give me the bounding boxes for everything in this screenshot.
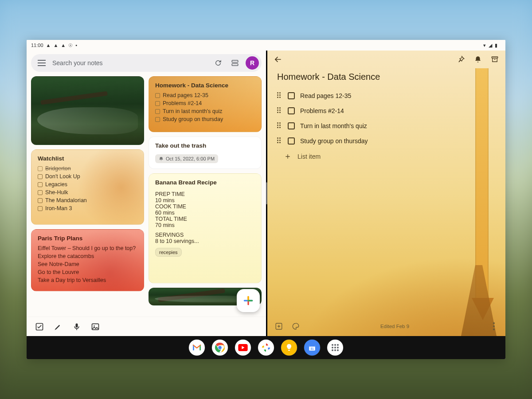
drag-handle-icon[interactable] — [277, 137, 282, 145]
signal-icon: ◢ — [489, 43, 492, 48]
taskbar: 31 — [27, 336, 505, 359]
note-detail-pane: Homework - Data Science Read pages 12-35… — [267, 51, 505, 336]
note-title: Banana Bread Recipe — [155, 179, 255, 186]
detail-title[interactable]: Homework - Data Science — [267, 68, 505, 88]
archive-icon[interactable] — [490, 55, 499, 64]
taskbar-app-youtube[interactable] — [235, 340, 251, 356]
label-chip[interactable]: recepies — [155, 248, 182, 257]
taskbar-app-keep[interactable] — [281, 340, 297, 356]
taskbar-app-allapps[interactable] — [327, 340, 343, 356]
detail-toolbar — [267, 51, 505, 68]
search-bar[interactable]: Search your notes R — [31, 54, 262, 72]
svg-rect-1 — [232, 64, 238, 66]
svg-text:31: 31 — [310, 347, 314, 350]
taskbar-app-calendar[interactable]: 31 — [304, 340, 320, 356]
svg-point-21 — [337, 344, 339, 346]
svg-point-19 — [332, 344, 333, 346]
drag-handle-icon[interactable] — [277, 92, 282, 99]
svg-point-22 — [332, 347, 333, 348]
new-audio-icon[interactable] — [72, 322, 82, 332]
dot-icon: • — [75, 43, 77, 48]
back-icon[interactable] — [274, 55, 282, 64]
menu-icon[interactable] — [35, 57, 48, 69]
svg-point-8 — [493, 322, 495, 324]
taskbar-app-chrome[interactable] — [212, 340, 228, 356]
add-list-item[interactable]: List item — [277, 149, 496, 160]
view-toggle-icon[interactable] — [229, 57, 241, 69]
svg-point-24 — [337, 347, 339, 348]
notes-grid[interactable]: Watchlist Bridgerton Don't Look Up Legac… — [27, 76, 266, 317]
taskbar-app-photos[interactable] — [258, 340, 274, 356]
svg-rect-3 — [76, 323, 78, 327]
detail-bottom-toolbar: Edited Feb 9 — [267, 317, 505, 336]
wifi-icon: ▾ — [483, 43, 486, 48]
svg-point-27 — [337, 349, 339, 351]
refresh-icon[interactable] — [212, 57, 224, 69]
warning-icon: ▲ — [53, 43, 58, 48]
quick-create-toolbar — [27, 317, 266, 336]
note-title: Watchlist — [38, 155, 137, 162]
circle-icon: ☉ — [68, 43, 73, 48]
status-time: 11:00 — [31, 43, 43, 48]
reminder-icon[interactable] — [473, 55, 482, 64]
checklist-item[interactable]: Turn in last month's quiz — [277, 118, 496, 133]
drag-handle-icon[interactable] — [277, 107, 282, 114]
checklist-item[interactable]: Study group on thursday — [277, 133, 496, 149]
palette-icon[interactable] — [291, 322, 300, 331]
svg-point-26 — [334, 349, 336, 351]
note-card-homework[interactable]: Homework - Data Science Read pages 12-35… — [149, 76, 262, 132]
new-drawing-icon[interactable] — [53, 322, 63, 332]
svg-point-10 — [493, 329, 495, 330]
svg-rect-17 — [309, 345, 315, 347]
account-avatar[interactable]: R — [246, 56, 259, 70]
svg-point-23 — [334, 347, 336, 348]
pin-icon[interactable] — [457, 55, 466, 64]
notes-list-pane: Search your notes R Watchlist Bridgerton — [27, 51, 266, 336]
svg-point-20 — [334, 344, 336, 346]
checkbox[interactable] — [288, 107, 295, 114]
svg-rect-0 — [232, 60, 238, 63]
note-card-watchlist[interactable]: Watchlist Bridgerton Don't Look Up Legac… — [31, 149, 144, 225]
search-placeholder: Search your notes — [52, 59, 207, 66]
note-card-recipe[interactable]: Banana Bread Recipe PREP TIME 10 mins CO… — [149, 173, 262, 283]
note-title: Take out the trash — [155, 142, 255, 149]
edited-timestamp: Edited Feb 9 — [308, 324, 481, 329]
add-box-icon[interactable] — [274, 322, 283, 331]
reminder-chip[interactable]: Oct 15, 2022, 6:00 PM — [155, 154, 218, 163]
checklist-item[interactable]: Problems #2-14 — [277, 103, 496, 118]
svg-point-25 — [332, 349, 333, 351]
svg-rect-6 — [492, 57, 498, 58]
warning-icon: ▲ — [61, 43, 66, 48]
tablet-frame: 11:00 ▲ ▲ ▲ ☉ • ▾ ◢ ▮ Search your notes — [27, 40, 505, 359]
warning-icon: ▲ — [46, 43, 51, 48]
svg-point-5 — [94, 325, 95, 327]
new-image-icon[interactable] — [90, 322, 100, 332]
note-card-image[interactable] — [31, 76, 144, 145]
taskbar-app-gmail[interactable] — [189, 340, 205, 356]
checkbox[interactable] — [288, 122, 295, 129]
note-title: Homework - Data Science — [155, 82, 255, 89]
note-card-trash[interactable]: Take out the trash Oct 15, 2022, 6:00 PM — [149, 137, 262, 169]
checklist-item[interactable]: Read pages 12-35 — [277, 88, 496, 103]
drag-handle-icon[interactable] — [277, 122, 282, 129]
more-icon[interactable] — [489, 322, 498, 331]
note-title: Paris Trip Plans — [38, 235, 137, 242]
svg-point-9 — [493, 325, 495, 327]
svg-point-14 — [218, 346, 222, 349]
note-card-paris[interactable]: Paris Trip Plans Eiffel Tower – Should I… — [31, 229, 144, 291]
battery-icon: ▮ — [495, 43, 497, 48]
new-checklist-icon[interactable] — [35, 322, 44, 332]
checkbox[interactable] — [288, 137, 295, 145]
detail-checklist: Read pages 12-35 Problems #2-14 Turn in … — [267, 88, 505, 160]
status-bar: 11:00 ▲ ▲ ▲ ☉ • ▾ ◢ ▮ — [27, 40, 505, 51]
checkbox[interactable] — [288, 92, 295, 99]
new-note-fab[interactable] — [237, 289, 260, 312]
